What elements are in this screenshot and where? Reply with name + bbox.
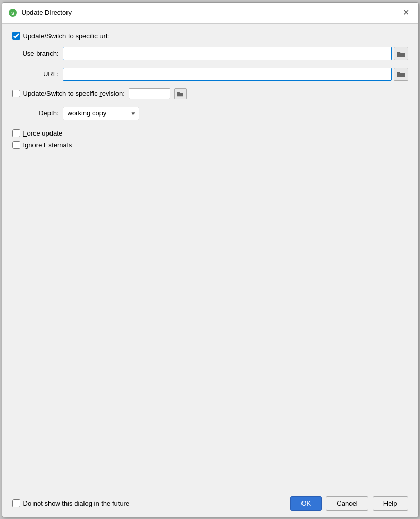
force-update-checkbox[interactable] [12,129,20,137]
update-url-label: Update/Switch to specific url: [23,32,109,40]
ignore-externals-text: Ignore Externals [23,141,72,149]
revision-checkbox-label[interactable]: Update/Switch to specific revision: [12,90,125,97]
branch-browse-button[interactable] [394,47,408,60]
title-bar: S Update Directory ✕ [2,3,418,24]
revision-input[interactable]: 22923 [129,88,170,99]
close-button[interactable]: ✕ [400,7,412,19]
force-update-label[interactable]: Force update [12,129,408,137]
update-url-checkbox-label[interactable]: Update/Switch to specific url: [12,32,109,40]
revision-row: Update/Switch to specific revision: 2292… [12,88,408,99]
help-button[interactable]: Help [373,496,408,511]
ignore-externals-label[interactable]: Ignore Externals [12,141,408,149]
options-section: Force update Ignore Externals [12,129,408,149]
url-input[interactable]: /n/ivs_RD/…路径…代码/Android/HT208_v1.3 [63,68,392,81]
depth-select[interactable]: working copy infinity immediate children… [63,107,139,120]
dialog-footer: Do not show this dialog in the future OK… [2,490,418,517]
branch-input[interactable]: HT300_v1.3 [63,47,392,60]
revision-browse-button[interactable] [174,88,187,99]
url-field-row: URL: /n/ivs_RD/…路径…代码/Android/HT208_v1.3 [12,68,408,81]
update-url-checkbox[interactable] [12,32,20,40]
do-not-show-text: Do not show this dialog in the future [23,499,130,507]
depth-label: Depth: [12,109,59,117]
branch-field-row: Use branch: HT300_v1.3 [12,47,408,60]
revision-checkbox[interactable] [12,90,20,97]
title-bar-left: S Update Directory [8,8,72,18]
update-url-row: Update/Switch to specific url: [12,32,408,40]
force-update-text: Force update [23,129,63,137]
do-not-show-checkbox[interactable] [12,499,20,507]
branch-label: Use branch: [12,49,59,57]
ok-button[interactable]: OK [290,496,322,511]
body-spacer [12,156,408,481]
svn-app-icon: S [8,8,18,18]
url-input-wrap: /n/ivs_RD/…路径…代码/Android/HT208_v1.3 [63,68,408,81]
update-directory-dialog: S Update Directory ✕ Update/Switch to sp… [2,2,419,517]
depth-row: Depth: working copy infinity immediate c… [12,107,408,120]
revision-label: Update/Switch to specific revision: [23,90,125,97]
svg-text:S: S [11,11,14,16]
dialog-body: Update/Switch to specific url: Use branc… [2,24,418,490]
url-browse-button[interactable] [394,68,408,81]
cancel-button[interactable]: Cancel [326,496,368,511]
url-label: URL: [12,70,59,78]
do-not-show-label[interactable]: Do not show this dialog in the future [12,499,287,507]
branch-input-wrap: HT300_v1.3 [63,47,408,60]
depth-select-wrap: working copy infinity immediate children… [63,107,139,120]
dialog-title: Update Directory [22,9,72,16]
ignore-externals-checkbox[interactable] [12,141,20,149]
